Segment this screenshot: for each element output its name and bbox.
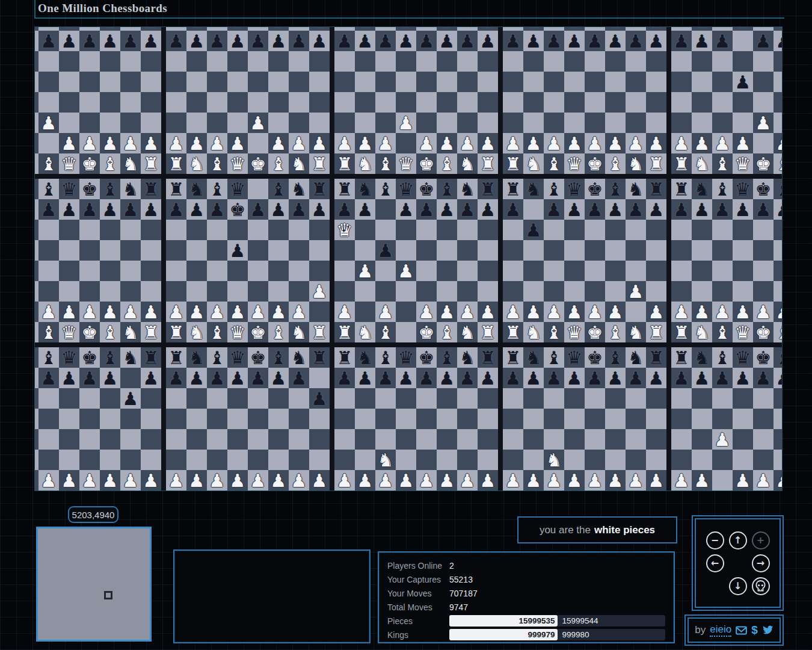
board-square[interactable]: ♟: [289, 199, 309, 220]
black-pawn[interactable]: ♟: [396, 31, 416, 51]
black-pawn[interactable]: ♟: [605, 368, 626, 388]
board-square[interactable]: ♝: [268, 153, 289, 174]
white-knight[interactable]: ♞: [692, 322, 712, 342]
black-knight[interactable]: ♞: [120, 26, 141, 31]
black-rook[interactable]: ♜: [166, 26, 186, 31]
board-square[interactable]: [59, 72, 79, 92]
board-square[interactable]: [605, 113, 626, 133]
black-rook[interactable]: ♜: [309, 26, 330, 31]
board-square[interactable]: ♝: [712, 153, 733, 174]
black-king[interactable]: ♚: [585, 26, 605, 31]
board-square[interactable]: [437, 281, 457, 302]
board-square[interactable]: [100, 240, 120, 261]
white-pawn[interactable]: ♟: [166, 470, 186, 491]
board-square[interactable]: [207, 240, 227, 261]
board-square[interactable]: ♟: [141, 31, 161, 51]
board-square[interactable]: ♟: [671, 470, 692, 491]
black-pawn[interactable]: ♟: [457, 199, 478, 220]
board-square[interactable]: ♞: [355, 179, 375, 199]
black-pawn[interactable]: ♟: [100, 368, 120, 388]
board-square[interactable]: [523, 491, 544, 491]
board-square[interactable]: [375, 220, 396, 240]
board-square[interactable]: ♞: [692, 322, 712, 342]
white-king[interactable]: ♚: [79, 153, 100, 174]
white-bishop[interactable]: ♝: [437, 491, 457, 491]
board-square[interactable]: [207, 429, 227, 450]
board-square[interactable]: [712, 450, 733, 470]
board-square[interactable]: [774, 429, 783, 450]
board-square[interactable]: ♟: [671, 302, 692, 322]
black-king[interactable]: ♚: [79, 179, 100, 199]
black-pawn[interactable]: ♟: [34, 368, 38, 388]
board-square[interactable]: ♞: [34, 491, 38, 491]
board-square[interactable]: [692, 281, 712, 302]
black-pawn[interactable]: ♟: [207, 368, 227, 388]
board-square[interactable]: [605, 92, 626, 113]
black-knight[interactable]: ♞: [120, 347, 141, 368]
board-square[interactable]: [457, 429, 478, 450]
board-square[interactable]: ♟: [712, 133, 733, 153]
board-square[interactable]: [289, 240, 309, 261]
black-pawn[interactable]: ♟: [478, 31, 498, 51]
white-pawn[interactable]: ♟: [38, 470, 59, 491]
board-square[interactable]: [34, 113, 38, 133]
board-square[interactable]: [289, 409, 309, 429]
board-square[interactable]: [186, 113, 207, 133]
board-square[interactable]: ♜: [166, 347, 186, 368]
board-square[interactable]: [79, 51, 100, 72]
board-square[interactable]: [626, 240, 646, 261]
board-square[interactable]: ♛: [733, 322, 753, 342]
white-knight[interactable]: ♞: [544, 450, 564, 470]
board-square[interactable]: ♛: [227, 322, 248, 342]
board-square[interactable]: [59, 388, 79, 409]
white-bishop[interactable]: ♝: [712, 491, 733, 491]
board-square[interactable]: ♟: [605, 368, 626, 388]
board-square[interactable]: ♟: [774, 368, 783, 388]
board-square[interactable]: [774, 450, 783, 470]
board-square[interactable]: ♚: [753, 179, 774, 199]
board-square[interactable]: ♟: [59, 133, 79, 153]
board-square[interactable]: ♞: [289, 347, 309, 368]
white-knight[interactable]: ♞: [355, 153, 375, 174]
board-square[interactable]: [626, 429, 646, 450]
board-square[interactable]: [100, 220, 120, 240]
white-queen[interactable]: ♛: [59, 153, 79, 174]
minimap[interactable]: [36, 527, 152, 642]
board-square[interactable]: [334, 450, 355, 470]
white-pawn[interactable]: ♟: [646, 302, 666, 322]
board-square[interactable]: ♛: [59, 491, 79, 491]
black-bishop[interactable]: ♝: [712, 26, 733, 31]
board-square[interactable]: ♚: [416, 322, 437, 342]
black-knight[interactable]: ♞: [355, 179, 375, 199]
board-square[interactable]: [396, 388, 416, 409]
board-square[interactable]: ♟: [585, 368, 605, 388]
white-pawn[interactable]: ♟: [564, 302, 585, 322]
board-square[interactable]: [605, 429, 626, 450]
board-square[interactable]: ♚: [248, 153, 268, 174]
black-pawn[interactable]: ♟: [38, 199, 59, 220]
board-square[interactable]: [585, 450, 605, 470]
board-square[interactable]: ♟: [478, 31, 498, 51]
black-pawn[interactable]: ♟: [626, 199, 646, 220]
white-king[interactable]: ♚: [79, 322, 100, 342]
board-square[interactable]: [355, 429, 375, 450]
black-bishop[interactable]: ♝: [544, 26, 564, 31]
board-square[interactable]: ♞: [120, 153, 141, 174]
white-pawn[interactable]: ♟: [248, 470, 268, 491]
black-knight[interactable]: ♞: [457, 26, 478, 31]
board-square[interactable]: [626, 302, 646, 322]
board-square[interactable]: ♝: [712, 322, 733, 342]
white-knight[interactable]: ♞: [289, 491, 309, 491]
board-viewport[interactable]: ♜♞♝♛♚♝♞♜♟♟♟♟♟♟♟♟♟♟♟♟♟♟♟♟♜♞♝♛♚♝♞♜♜♞♝♛♚♝♞♜…: [34, 26, 783, 491]
board-square[interactable]: ♟: [692, 133, 712, 153]
board-square[interactable]: [334, 92, 355, 113]
white-knight[interactable]: ♞: [457, 322, 478, 342]
board-square[interactable]: ♟: [437, 368, 457, 388]
board-square[interactable]: ♟: [38, 368, 59, 388]
white-pawn[interactable]: ♟: [227, 302, 248, 322]
board-square[interactable]: ♟: [523, 133, 544, 153]
board-square[interactable]: [396, 240, 416, 261]
board-square[interactable]: ♟: [59, 470, 79, 491]
board-square[interactable]: [355, 388, 375, 409]
white-pawn[interactable]: ♟: [334, 470, 355, 491]
